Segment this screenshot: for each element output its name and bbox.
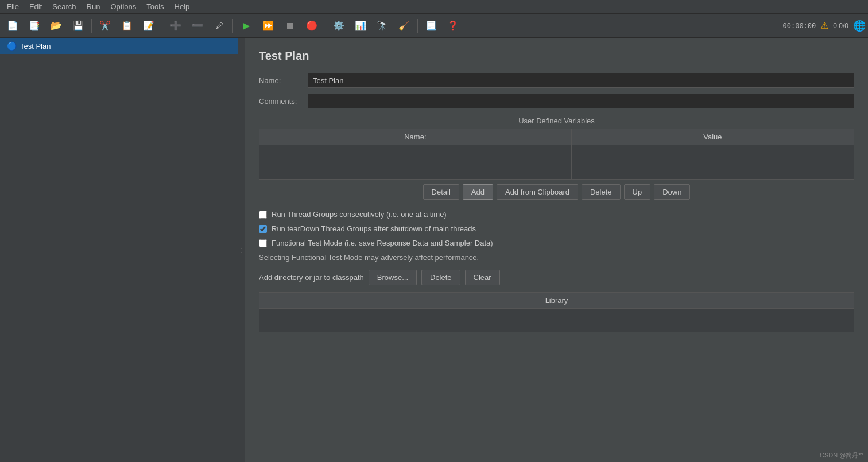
delete-variable-button[interactable]: Delete xyxy=(582,184,621,200)
comments-label: Comments: xyxy=(259,97,308,106)
page-title: Test Plan xyxy=(259,49,854,63)
library-header: Library xyxy=(259,293,854,309)
list-button[interactable]: 📃 xyxy=(421,16,441,36)
cut-button[interactable]: ✂️ xyxy=(95,16,115,36)
sep3 xyxy=(232,19,233,33)
clear-results-button[interactable]: 🧹 xyxy=(394,16,414,36)
checkbox-row-2: Run tearDown Thread Groups after shutdow… xyxy=(259,224,854,233)
detail-button[interactable]: Detail xyxy=(423,184,459,200)
library-body xyxy=(259,309,854,332)
sep4 xyxy=(325,19,326,33)
menu-search[interactable]: Search xyxy=(48,1,80,12)
teardown-checkbox[interactable] xyxy=(259,225,267,233)
menu-tools[interactable]: Tools xyxy=(142,1,168,12)
functional-checkbox[interactable] xyxy=(259,239,267,247)
open-button[interactable]: 📂 xyxy=(46,16,67,36)
resize-handle[interactable]: ⋮ xyxy=(238,38,245,462)
name-label: Name: xyxy=(259,76,308,85)
table-actions: Detail Add Add from Clipboard Delete Up … xyxy=(259,184,854,200)
sidebar-item-testplan[interactable]: 🔵 Test Plan xyxy=(0,38,238,54)
checkbox-row-1: Run Thread Groups consecutively (i.e. on… xyxy=(259,210,854,219)
menu-run[interactable]: Run xyxy=(82,1,105,12)
content-area: Test Plan Name: Comments: User Defined V… xyxy=(245,38,868,462)
add-variable-button[interactable]: Add xyxy=(463,184,493,200)
start-no-pause-button[interactable]: ⏩ xyxy=(258,16,278,36)
start-button[interactable]: ▶ xyxy=(236,16,257,36)
variables-section-title: User Defined Variables xyxy=(259,117,854,125)
sep5 xyxy=(417,19,418,33)
shutdown-button[interactable]: 🔴 xyxy=(301,16,322,36)
clear-button[interactable]: Clear xyxy=(465,270,500,285)
search-button[interactable]: 🔭 xyxy=(372,16,393,36)
watermark: CSDN @简丹** xyxy=(820,451,863,460)
save-button[interactable]: 💾 xyxy=(68,16,88,36)
up-button[interactable]: Up xyxy=(624,184,651,200)
down-button[interactable]: Down xyxy=(654,184,690,200)
statusbar-right: 00:00:00 ⚠ 0 0/0 🌐 xyxy=(782,20,866,32)
menu-help[interactable]: Help xyxy=(170,1,195,12)
teardown-label: Run tearDown Thread Groups after shutdow… xyxy=(272,224,476,233)
classpath-label: Add directory or jar to classpath xyxy=(259,273,364,282)
checkbox-row-3: Functional Test Mode (i.e. save Response… xyxy=(259,239,854,247)
col-value: Value xyxy=(571,129,854,145)
paste-button[interactable]: 📝 xyxy=(138,16,159,36)
error-counter: 0 0/0 xyxy=(833,22,848,30)
configure-button[interactable]: ⚙️ xyxy=(328,16,349,36)
sidebar: 🔵 Test Plan xyxy=(0,38,238,462)
delete-classpath-button[interactable]: Delete xyxy=(421,270,460,285)
add-button[interactable]: ➕ xyxy=(165,16,186,36)
toolbar: 📄 📑 📂 💾 ✂️ 📋 📝 ➕ ➖ 🖊 ▶ ⏩ ⏹ 🔴 ⚙️ 📊 🔭 🧹 📃 … xyxy=(0,14,868,38)
empty-value-cell xyxy=(571,145,854,180)
sep2 xyxy=(162,19,162,33)
variables-table: Name: Value xyxy=(259,129,854,180)
sep1 xyxy=(91,19,92,33)
menu-file[interactable]: File xyxy=(2,1,24,12)
new-button[interactable]: 📄 xyxy=(2,16,23,36)
performance-note: Selecting Functional Test Mode may adver… xyxy=(259,253,854,262)
classpath-row: Add directory or jar to classpath Browse… xyxy=(259,270,854,285)
consecutive-label: Run Thread Groups consecutively (i.e. on… xyxy=(272,210,447,219)
timer-display: 00:00:00 xyxy=(782,22,816,30)
menu-options[interactable]: Options xyxy=(106,1,141,12)
report-button[interactable]: 📊 xyxy=(350,16,371,36)
col-name: Name: xyxy=(259,129,572,145)
menu-edit[interactable]: Edit xyxy=(25,1,46,12)
testplan-icon: 🔵 xyxy=(7,41,17,51)
help-button[interactable]: ❓ xyxy=(443,16,463,36)
templates-button[interactable]: 📑 xyxy=(24,16,45,36)
checkboxes-section: Run Thread Groups consecutively (i.e. on… xyxy=(259,210,854,262)
consecutive-checkbox[interactable] xyxy=(259,211,267,219)
copy-button[interactable]: 📋 xyxy=(117,16,137,36)
browse-button[interactable]: Browse... xyxy=(369,270,417,285)
sidebar-item-label: Test Plan xyxy=(20,42,51,51)
globe-icon: 🌐 xyxy=(853,20,866,32)
table-empty-row xyxy=(259,145,854,180)
functional-label: Functional Test Mode (i.e. save Response… xyxy=(272,239,493,247)
clear-all-button[interactable]: 🖊 xyxy=(209,16,230,36)
library-section: Library xyxy=(259,292,854,332)
stop-button[interactable]: ⏹ xyxy=(280,16,300,36)
name-input[interactable] xyxy=(308,73,854,88)
name-row: Name: xyxy=(259,73,854,88)
comments-input[interactable] xyxy=(308,94,854,108)
main-layout: 🔵 Test Plan ⋮ Test Plan Name: Comments: … xyxy=(0,38,868,462)
warning-icon: ⚠ xyxy=(820,20,828,31)
comments-row: Comments: xyxy=(259,94,854,108)
empty-name-cell xyxy=(259,145,572,180)
add-clipboard-button[interactable]: Add from Clipboard xyxy=(497,184,578,200)
remove-button[interactable]: ➖ xyxy=(187,16,208,36)
menubar: File Edit Search Run Options Tools Help xyxy=(0,0,868,14)
